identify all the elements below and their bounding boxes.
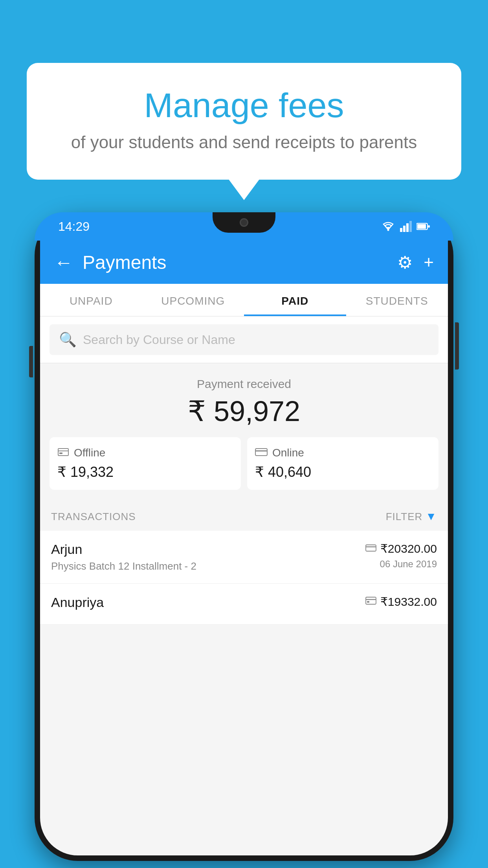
- transaction-course: Physics Batch 12 Installment - 2: [51, 560, 365, 572]
- svg-rect-8: [58, 449, 68, 456]
- transaction-name: Arjun: [51, 542, 365, 557]
- online-label: Online: [272, 447, 304, 459]
- table-row[interactable]: Arjun Physics Batch 12 Installment - 2 ₹…: [40, 531, 448, 584]
- svg-rect-13: [366, 545, 376, 551]
- page-title: Payments: [83, 252, 397, 273]
- svg-rect-4: [409, 221, 412, 232]
- phone-notch: [213, 212, 275, 233]
- transaction-name: Anupriya: [51, 595, 365, 610]
- settings-icon[interactable]: ⚙: [397, 252, 413, 272]
- transaction-left: Anupriya: [51, 595, 365, 613]
- back-button[interactable]: ←: [54, 252, 73, 273]
- transaction-amount: ₹20320.00: [380, 542, 437, 555]
- phone-screen: ← Payments ⚙ + UNPAID UPCOMING PAID STUD…: [40, 241, 448, 855]
- search-icon: 🔍: [59, 331, 77, 348]
- transaction-list: Arjun Physics Batch 12 Installment - 2 ₹…: [40, 531, 448, 625]
- status-icons: [381, 221, 430, 232]
- status-time: 14:29: [58, 219, 90, 234]
- transaction-date: 06 June 2019: [365, 559, 437, 570]
- speech-bubble: Manage fees of your students and send re…: [27, 63, 461, 180]
- svg-rect-7: [428, 225, 430, 228]
- transaction-left: Arjun Physics Batch 12 Installment - 2: [51, 542, 365, 572]
- svg-point-0: [387, 229, 389, 231]
- tab-upcoming[interactable]: UPCOMING: [142, 284, 244, 316]
- svg-rect-11: [255, 449, 267, 456]
- filter-button[interactable]: FILTER ▼: [386, 510, 437, 523]
- tab-unpaid[interactable]: UNPAID: [40, 284, 142, 316]
- transaction-amount-row: ₹20320.00: [365, 542, 437, 555]
- search-bar[interactable]: 🔍 Search by Course or Name: [50, 324, 438, 355]
- svg-rect-1: [400, 228, 402, 232]
- tab-students[interactable]: STUDENTS: [346, 284, 448, 316]
- transaction-payment-icon: [365, 596, 376, 608]
- side-button-right: [455, 322, 459, 370]
- signal-icon: [400, 221, 412, 232]
- payment-received-section: Payment received ₹ 59,972 Offline: [40, 363, 448, 501]
- filter-icon: ▼: [426, 510, 437, 523]
- online-icon: [255, 447, 268, 459]
- battery-icon: [416, 223, 430, 230]
- transactions-header: TRANSACTIONS FILTER ▼: [40, 501, 448, 531]
- transaction-right: ₹19332.00: [365, 595, 437, 612]
- svg-rect-3: [406, 223, 409, 232]
- payment-total-amount: ₹ 59,972: [50, 395, 438, 428]
- table-row[interactable]: Anupriya ₹19332.00: [40, 584, 448, 625]
- svg-rect-15: [366, 597, 376, 604]
- transactions-label: TRANSACTIONS: [51, 511, 136, 523]
- add-icon[interactable]: +: [424, 252, 434, 272]
- svg-rect-10: [59, 452, 62, 454]
- transaction-right: ₹20320.00 06 June 2019: [365, 542, 437, 570]
- offline-icon: [57, 447, 69, 459]
- offline-payment-card: Offline ₹ 19,332: [50, 437, 241, 490]
- transaction-amount-row: ₹19332.00: [365, 595, 437, 609]
- speech-bubble-subtitle: of your students and send receipts to pa…: [58, 132, 430, 152]
- transaction-payment-icon: [365, 542, 376, 555]
- app-header: ← Payments ⚙ +: [40, 241, 448, 284]
- wifi-icon: [381, 221, 395, 232]
- offline-label: Offline: [74, 447, 105, 459]
- search-container: 🔍 Search by Course or Name: [40, 316, 448, 363]
- offline-label-row: Offline: [57, 447, 105, 459]
- search-placeholder-text: Search by Course or Name: [83, 333, 235, 347]
- online-label-row: Online: [255, 447, 304, 459]
- phone-camera: [240, 218, 248, 227]
- speech-bubble-title: Manage fees: [58, 86, 430, 125]
- side-button-left: [29, 346, 33, 377]
- svg-rect-6: [417, 224, 426, 229]
- payment-breakdown: Offline ₹ 19,332 Online: [50, 437, 438, 490]
- transaction-amount: ₹19332.00: [380, 595, 437, 609]
- offline-amount: ₹ 19,332: [57, 464, 114, 480]
- svg-rect-2: [403, 226, 405, 232]
- status-bar: 14:29: [35, 212, 453, 241]
- svg-rect-17: [367, 601, 369, 603]
- phone-frame: 14:29: [35, 212, 453, 861]
- online-amount: ₹ 40,640: [255, 464, 311, 480]
- payment-received-label: Payment received: [50, 377, 438, 391]
- online-payment-card: Online ₹ 40,640: [247, 437, 438, 490]
- tabs-bar: UNPAID UPCOMING PAID STUDENTS: [40, 284, 448, 316]
- header-icons: ⚙ +: [397, 252, 434, 272]
- tab-paid[interactable]: PAID: [244, 284, 346, 316]
